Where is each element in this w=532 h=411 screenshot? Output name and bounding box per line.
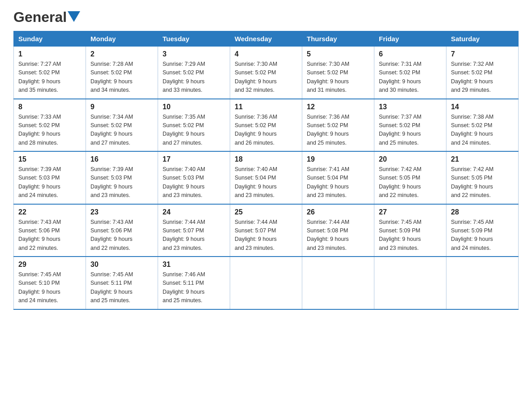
day-info: Sunrise: 7:37 AMSunset: 5:02 PMDaylight:… [379, 113, 442, 148]
page-header: General [13, 9, 519, 23]
weekday-header-wednesday: Wednesday [230, 31, 302, 47]
day-number: 12 [307, 103, 369, 111]
day-info: Sunrise: 7:31 AMSunset: 5:02 PMDaylight:… [379, 60, 442, 95]
calendar-cell: 16Sunrise: 7:39 AMSunset: 5:03 PMDayligh… [86, 151, 158, 204]
weekday-header-thursday: Thursday [302, 31, 374, 47]
calendar-cell: 10Sunrise: 7:35 AMSunset: 5:02 PMDayligh… [158, 99, 230, 152]
day-info: Sunrise: 7:35 AMSunset: 5:02 PMDaylight:… [163, 113, 225, 148]
day-info: Sunrise: 7:45 AMSunset: 5:09 PMDaylight:… [379, 218, 442, 253]
calendar-cell: 29Sunrise: 7:45 AMSunset: 5:10 PMDayligh… [14, 257, 86, 309]
calendar-cell: 8Sunrise: 7:33 AMSunset: 5:02 PMDaylight… [14, 99, 86, 152]
day-info: Sunrise: 7:45 AMSunset: 5:09 PMDaylight:… [451, 218, 514, 253]
day-number: 30 [90, 261, 153, 269]
day-info: Sunrise: 7:33 AMSunset: 5:02 PMDaylight:… [18, 113, 81, 148]
day-number: 13 [379, 103, 442, 111]
day-number: 22 [18, 208, 81, 216]
calendar-cell [302, 257, 374, 309]
day-info: Sunrise: 7:44 AMSunset: 5:08 PMDaylight:… [307, 218, 369, 253]
calendar-week-row: 8Sunrise: 7:33 AMSunset: 5:02 PMDaylight… [14, 99, 519, 152]
day-number: 17 [163, 155, 225, 163]
day-info: Sunrise: 7:39 AMSunset: 5:03 PMDaylight:… [18, 165, 81, 200]
calendar-cell: 3Sunrise: 7:29 AMSunset: 5:02 PMDaylight… [158, 47, 230, 99]
weekday-header-tuesday: Tuesday [158, 31, 230, 47]
day-number: 8 [18, 103, 81, 111]
calendar-cell: 21Sunrise: 7:42 AMSunset: 5:05 PMDayligh… [446, 151, 519, 204]
calendar-cell: 6Sunrise: 7:31 AMSunset: 5:02 PMDaylight… [374, 47, 446, 99]
calendar-cell: 31Sunrise: 7:46 AMSunset: 5:11 PMDayligh… [158, 257, 230, 309]
day-info: Sunrise: 7:43 AMSunset: 5:06 PMDaylight:… [90, 218, 153, 253]
calendar-cell [230, 257, 302, 309]
calendar-cell: 9Sunrise: 7:34 AMSunset: 5:02 PMDaylight… [86, 99, 158, 152]
weekday-header-sunday: Sunday [14, 31, 86, 47]
calendar-cell: 28Sunrise: 7:45 AMSunset: 5:09 PMDayligh… [446, 204, 519, 257]
day-number: 21 [451, 155, 514, 163]
calendar-cell: 25Sunrise: 7:44 AMSunset: 5:07 PMDayligh… [230, 204, 302, 257]
calendar-cell: 19Sunrise: 7:41 AMSunset: 5:04 PMDayligh… [302, 151, 374, 204]
day-number: 23 [90, 208, 153, 216]
calendar-week-row: 1Sunrise: 7:27 AMSunset: 5:02 PMDaylight… [14, 47, 519, 99]
calendar-cell: 24Sunrise: 7:44 AMSunset: 5:07 PMDayligh… [158, 204, 230, 257]
svg-marker-0 [68, 11, 80, 22]
day-number: 15 [18, 155, 81, 163]
day-info: Sunrise: 7:43 AMSunset: 5:06 PMDaylight:… [18, 218, 81, 253]
day-info: Sunrise: 7:30 AMSunset: 5:02 PMDaylight:… [235, 60, 297, 95]
day-info: Sunrise: 7:39 AMSunset: 5:03 PMDaylight:… [90, 165, 153, 200]
day-number: 4 [235, 50, 297, 58]
day-number: 1 [18, 50, 81, 58]
day-number: 9 [90, 103, 153, 111]
calendar-cell: 27Sunrise: 7:45 AMSunset: 5:09 PMDayligh… [374, 204, 446, 257]
day-info: Sunrise: 7:41 AMSunset: 5:04 PMDaylight:… [307, 165, 369, 200]
calendar-cell [446, 257, 519, 309]
day-number: 7 [451, 50, 514, 58]
day-number: 27 [379, 208, 442, 216]
calendar-cell: 14Sunrise: 7:38 AMSunset: 5:02 PMDayligh… [446, 99, 519, 152]
calendar-cell: 11Sunrise: 7:36 AMSunset: 5:02 PMDayligh… [230, 99, 302, 152]
calendar-cell: 18Sunrise: 7:40 AMSunset: 5:04 PMDayligh… [230, 151, 302, 204]
calendar-table: SundayMondayTuesdayWednesdayThursdayFrid… [13, 31, 519, 310]
day-number: 3 [163, 50, 225, 58]
day-info: Sunrise: 7:45 AMSunset: 5:10 PMDaylight:… [18, 270, 81, 305]
day-info: Sunrise: 7:46 AMSunset: 5:11 PMDaylight:… [163, 270, 225, 305]
day-number: 25 [235, 208, 297, 216]
calendar-cell: 20Sunrise: 7:42 AMSunset: 5:05 PMDayligh… [374, 151, 446, 204]
logo-arrow-icon [68, 11, 80, 22]
day-info: Sunrise: 7:36 AMSunset: 5:02 PMDaylight:… [307, 113, 369, 148]
day-number: 16 [90, 155, 153, 163]
day-number: 10 [163, 103, 225, 111]
calendar-cell: 4Sunrise: 7:30 AMSunset: 5:02 PMDaylight… [230, 47, 302, 99]
calendar-cell: 22Sunrise: 7:43 AMSunset: 5:06 PMDayligh… [14, 204, 86, 257]
day-number: 29 [18, 261, 81, 269]
logo-general: General [13, 9, 67, 26]
day-info: Sunrise: 7:28 AMSunset: 5:02 PMDaylight:… [90, 60, 153, 95]
weekday-header-friday: Friday [374, 31, 446, 47]
day-info: Sunrise: 7:30 AMSunset: 5:02 PMDaylight:… [307, 60, 369, 95]
calendar-cell: 13Sunrise: 7:37 AMSunset: 5:02 PMDayligh… [374, 99, 446, 152]
day-number: 24 [163, 208, 225, 216]
calendar-week-row: 22Sunrise: 7:43 AMSunset: 5:06 PMDayligh… [14, 204, 519, 257]
calendar-cell: 12Sunrise: 7:36 AMSunset: 5:02 PMDayligh… [302, 99, 374, 152]
day-number: 14 [451, 103, 514, 111]
calendar-cell: 23Sunrise: 7:43 AMSunset: 5:06 PMDayligh… [86, 204, 158, 257]
day-info: Sunrise: 7:40 AMSunset: 5:03 PMDaylight:… [163, 165, 225, 200]
day-info: Sunrise: 7:45 AMSunset: 5:11 PMDaylight:… [90, 270, 153, 305]
day-number: 28 [451, 208, 514, 216]
calendar-cell: 15Sunrise: 7:39 AMSunset: 5:03 PMDayligh… [14, 151, 86, 204]
calendar-cell: 30Sunrise: 7:45 AMSunset: 5:11 PMDayligh… [86, 257, 158, 309]
day-info: Sunrise: 7:27 AMSunset: 5:02 PMDaylight:… [18, 60, 81, 95]
calendar-cell: 2Sunrise: 7:28 AMSunset: 5:02 PMDaylight… [86, 47, 158, 99]
day-number: 19 [307, 155, 369, 163]
weekday-header-row: SundayMondayTuesdayWednesdayThursdayFrid… [14, 31, 519, 47]
day-number: 11 [235, 103, 297, 111]
day-number: 5 [307, 50, 369, 58]
day-number: 6 [379, 50, 442, 58]
calendar-cell: 5Sunrise: 7:30 AMSunset: 5:02 PMDaylight… [302, 47, 374, 99]
calendar-cell: 7Sunrise: 7:32 AMSunset: 5:02 PMDaylight… [446, 47, 519, 99]
day-info: Sunrise: 7:29 AMSunset: 5:02 PMDaylight:… [163, 60, 225, 95]
day-info: Sunrise: 7:44 AMSunset: 5:07 PMDaylight:… [235, 218, 297, 253]
calendar-cell: 1Sunrise: 7:27 AMSunset: 5:02 PMDaylight… [14, 47, 86, 99]
day-info: Sunrise: 7:44 AMSunset: 5:07 PMDaylight:… [163, 218, 225, 253]
day-info: Sunrise: 7:36 AMSunset: 5:02 PMDaylight:… [235, 113, 297, 148]
day-info: Sunrise: 7:38 AMSunset: 5:02 PMDaylight:… [451, 113, 514, 148]
calendar-cell: 17Sunrise: 7:40 AMSunset: 5:03 PMDayligh… [158, 151, 230, 204]
day-number: 26 [307, 208, 369, 216]
